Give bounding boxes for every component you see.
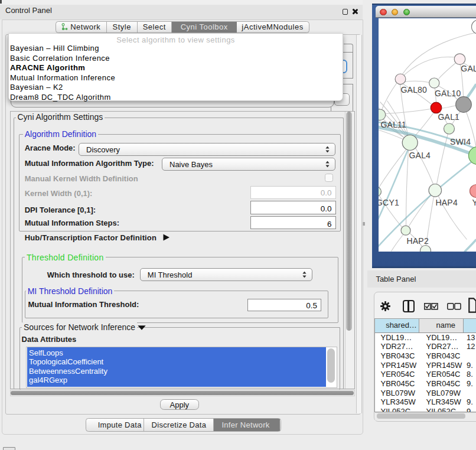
svg-text:GAL10: GAL10 (435, 89, 461, 98)
svg-text:Y: Y (472, 198, 476, 207)
svg-text:GAL80: GAL80 (400, 84, 427, 94)
svg-text:SWI4: SWI4 (450, 136, 471, 146)
svg-text:GAL: GAL (461, 63, 476, 73)
svg-text:GAL1: GAL1 (438, 112, 459, 121)
svg-text:GAL11: GAL11 (380, 119, 406, 129)
svg-text:HAP2: HAP2 (406, 236, 428, 245)
svg-text:GCY1: GCY1 (379, 197, 399, 207)
svg-text:GAL4: GAL4 (409, 150, 431, 159)
svg-text:HAP4: HAP4 (435, 197, 457, 207)
